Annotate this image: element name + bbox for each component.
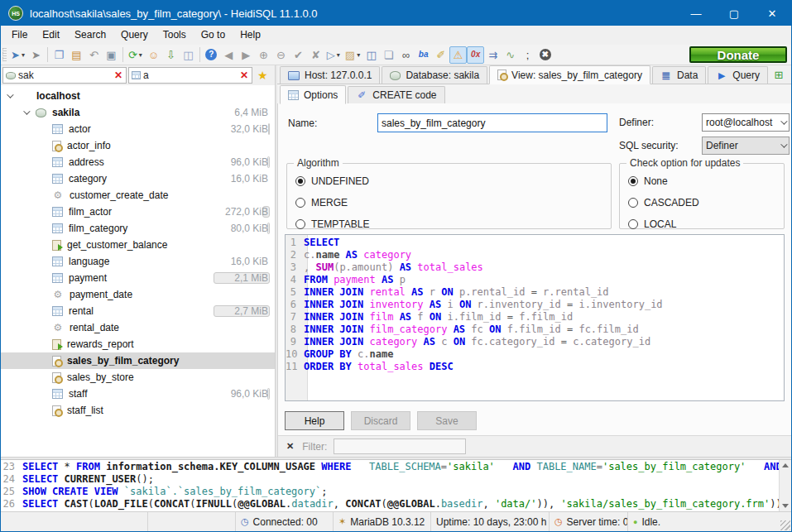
definer-combobox[interactable]: root@localhost (702, 113, 790, 132)
tab-database-sakila[interactable]: Database: sakila (382, 66, 487, 84)
tree-item-language[interactable]: language16,0 KiB (1, 253, 275, 270)
tree-item-actor-info[interactable]: actor_info (1, 137, 275, 154)
tab-options[interactable]: Options (280, 85, 346, 104)
reformat-brush-icon[interactable]: ✐ (432, 46, 449, 64)
tree-item-get-customer-balance[interactable]: get_customer_balance (1, 237, 275, 253)
dropdown-caret-icon[interactable]: ▾ (139, 51, 142, 59)
radio-option-merge[interactable]: MERGE (295, 194, 611, 212)
radio-option-cascaded[interactable]: CASCADED (628, 194, 784, 212)
last-record-icon[interactable]: ▶ (238, 46, 255, 64)
disconnect-icon[interactable]: ➤ (27, 46, 45, 64)
tree-item-payment-date[interactable]: ⚙payment_date (1, 286, 275, 303)
view-select-code-editor[interactable]: 1SELECT2c.name AS category3, SUM(p.amoun… (285, 234, 785, 401)
menu-item-query[interactable]: Query (113, 26, 156, 44)
resize-grip[interactable] (780, 520, 790, 530)
tree-item-rewards-report[interactable]: rewards_report (1, 336, 275, 352)
stop-icon[interactable]: ✖ (536, 46, 554, 64)
paste-icon[interactable]: ▤ (68, 46, 85, 64)
delete-record-icon[interactable]: ⊖ (272, 46, 290, 64)
menu-item-help[interactable]: Help (233, 26, 268, 44)
favorites-star-icon[interactable]: ★ (257, 69, 268, 82)
radio-option-none[interactable]: None (628, 172, 784, 190)
toolbar-grip (2, 48, 7, 61)
close-button[interactable]: ✕ (753, 1, 791, 26)
warnings-toggle-icon[interactable]: ⚠ (449, 46, 467, 64)
menu-item-file[interactable]: File (4, 26, 35, 44)
help-icon[interactable]: ? (203, 46, 220, 64)
maximize-button[interactable]: ▢ (715, 1, 753, 26)
host-icon (288, 71, 300, 80)
tree-item-sakila[interactable]: sakila6,4 MiB (1, 104, 275, 121)
tree-item-customer-create-date[interactable]: ⚙customer_create_date (1, 187, 275, 204)
user-manager-icon[interactable]: ☺ (145, 46, 162, 64)
tree-item-sales-by-film-category[interactable]: sales_by_film_category (1, 352, 275, 369)
insert-record-icon[interactable]: ⊕ (255, 46, 272, 64)
new-query-tab-button[interactable]: ⊞ (770, 66, 792, 84)
first-record-icon[interactable]: ◀ (220, 46, 238, 64)
menu-item-search[interactable]: Search (67, 26, 113, 44)
close-filter-icon[interactable]: ✕ (286, 441, 294, 452)
save-sql-icon[interactable]: ◫ (362, 46, 380, 64)
tree-item-payment[interactable]: payment2,1 MiB (1, 270, 275, 286)
menu-item-go-to[interactable]: Go to (194, 26, 233, 44)
menu-item-edit[interactable]: Edit (35, 26, 67, 44)
minimize-button[interactable]: — (677, 1, 715, 26)
save-sql-as-icon[interactable]: ❏ (380, 46, 397, 64)
load-sql-file-icon[interactable]: ▨▾ (343, 46, 362, 64)
tree-item-staff-list[interactable]: staff_list (1, 402, 275, 419)
wrap-lines-icon[interactable]: ∿ (502, 46, 519, 64)
tree-item-category[interactable]: category16,0 KiB (1, 170, 275, 187)
menu-item-tools[interactable]: Tools (156, 26, 194, 44)
tree-item-film-actor[interactable]: film_actor272,0 KiB (1, 204, 275, 220)
help-button[interactable]: Help (285, 411, 344, 430)
tree-item-film-category[interactable]: film_category80,0 KiB (1, 220, 275, 237)
radio-option-local[interactable]: LOCAL (628, 215, 784, 233)
scroll-down-icon[interactable] (782, 504, 789, 508)
tab-create-code[interactable]: ✐CREATE code (348, 86, 444, 103)
clear-database-filter-icon[interactable]: ✕ (113, 69, 124, 81)
tree-item-rental-date[interactable]: ⚙rental_date (1, 319, 275, 336)
indent-icon[interactable]: ⇉ (484, 46, 502, 64)
session-manager-icon[interactable]: ➤▾ (8, 46, 27, 64)
radio-option-undefined[interactable]: UNDEFINED (295, 172, 611, 190)
log-scrollbar[interactable] (779, 460, 791, 511)
tab-query[interactable]: ▶Query (708, 66, 768, 84)
tree-item-actor[interactable]: actor32,0 KiB (1, 121, 275, 137)
print-icon[interactable]: ▣ (103, 46, 120, 64)
copy-icon[interactable]: ❐ (50, 46, 68, 64)
chevron-expanded-icon[interactable] (7, 91, 13, 98)
find-text-icon[interactable]: ∞ (397, 46, 415, 64)
cancel-editing-icon[interactable]: ✘ (307, 46, 324, 64)
undo-icon[interactable]: ↶ (85, 46, 103, 64)
semicolon-icon[interactable]: ; (519, 46, 536, 64)
table-filter-box[interactable]: a ✕ (128, 67, 252, 84)
tree-item-rental[interactable]: rental2,7 MiB (1, 303, 275, 319)
execute-sql-icon[interactable]: ▷▾ (324, 46, 343, 64)
clear-table-filter-icon[interactable]: ✕ (238, 69, 250, 81)
tree-item-staff[interactable]: staff96,0 KiB (1, 386, 275, 402)
tab-view-sales-by-film-category[interactable]: View: sales_by_film_category (489, 65, 650, 84)
database-filter-box[interactable]: sak ✕ (2, 67, 127, 84)
post-changes-icon[interactable]: ✔ (290, 46, 307, 64)
tree-item-localhost[interactable]: localhost (1, 88, 275, 104)
sql-security-combobox[interactable]: Definer (702, 137, 790, 155)
export-database-icon[interactable]: ⇩ (162, 46, 180, 64)
filter-input[interactable] (334, 439, 466, 454)
view-name-input[interactable] (377, 113, 607, 132)
tree-item-sales-by-store[interactable]: sales_by_store (1, 369, 275, 386)
hex-toggle-icon[interactable]: 0x (467, 46, 484, 64)
snippet-icon[interactable]: ◫ (180, 46, 197, 64)
tab-host-127-0-0-1[interactable]: Host: 127.0.0.1 (280, 66, 380, 84)
refresh-icon[interactable]: ⟳▾ (126, 46, 145, 64)
dropdown-caret-icon[interactable]: ▾ (22, 51, 25, 59)
case-toggle-icon[interactable]: ba (415, 46, 432, 64)
dropdown-caret-icon[interactable]: ▾ (337, 51, 340, 59)
tree-item-address[interactable]: address96,0 KiB (1, 154, 275, 170)
tab-data[interactable]: ≣Data (652, 66, 706, 84)
sql-log-panel[interactable]: 23SELECT * FROM information_schema.KEY_C… (1, 459, 791, 511)
radio-option-temptable[interactable]: TEMPTABLE (295, 215, 611, 233)
donate-button[interactable]: Donate (689, 46, 787, 63)
dropdown-caret-icon[interactable]: ▾ (357, 51, 360, 59)
scroll-up-icon[interactable] (782, 463, 789, 467)
chevron-expanded-icon[interactable] (23, 108, 30, 114)
